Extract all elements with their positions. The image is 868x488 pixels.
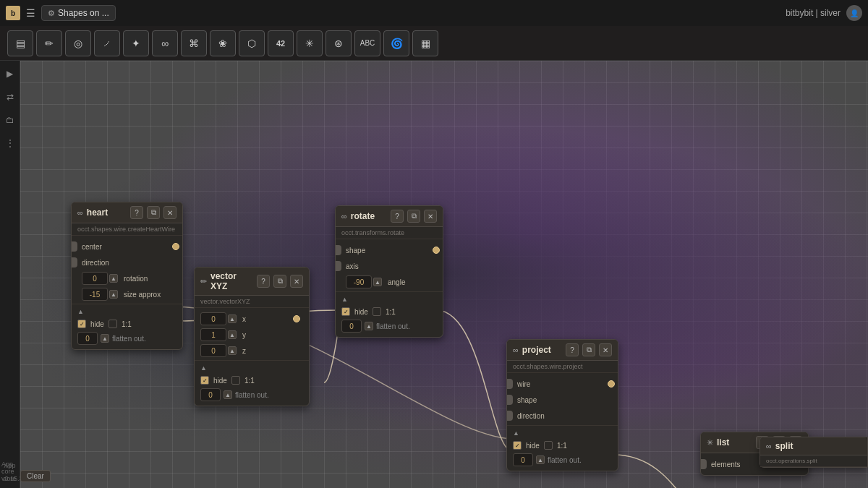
clear-button[interactable]: Clear: [20, 470, 51, 482]
project-flatten-input[interactable]: [513, 453, 533, 466]
rotate-hide-checkbox[interactable]: [341, 307, 350, 316]
rotate-ratio-checkbox[interactable]: [373, 307, 381, 316]
heart-ratio-checkbox[interactable]: [109, 320, 117, 328]
heart-rotation-input[interactable]: [82, 272, 108, 285]
heart-size-increment[interactable]: ▲: [109, 290, 118, 299]
link-tool-button[interactable]: ∞: [152, 30, 178, 56]
vector-xyz-x-increment[interactable]: ▲: [228, 314, 237, 323]
spiral-tool-button[interactable]: 🌀: [383, 30, 409, 56]
heart-separator: [72, 304, 182, 304]
sidebar-play-button[interactable]: ▶: [3, 67, 17, 81]
user-label: bitbybit | silver: [786, 8, 841, 18]
menu-button[interactable]: ☰: [26, 7, 35, 19]
vector-xyz-body: ▲ x ▲ y ▲ z ▲: [195, 308, 309, 406]
vector-xyz-collapse[interactable]: ▲: [195, 362, 309, 374]
project-title-badge[interactable]: ⚙ Shapes on ...: [41, 5, 116, 21]
list-node-icon: ✳: [707, 438, 713, 448]
rotate-angle-label: angle: [385, 278, 437, 286]
heart-size-input[interactable]: [82, 288, 108, 301]
rotate-angle-input[interactable]: [346, 275, 372, 288]
project-collapse[interactable]: ▲: [507, 427, 618, 439]
heart-flatten-input[interactable]: [77, 332, 98, 345]
rotate-node-icon: ∞: [341, 212, 347, 221]
list-node-title: list: [717, 437, 752, 448]
rotate-collapse[interactable]: ▲: [336, 294, 443, 305]
vector-xyz-z-container: ▲: [200, 344, 237, 357]
vector-xyz-x-input[interactable]: [200, 312, 226, 325]
project-flatten-row: ▲ flatten out.: [507, 452, 618, 468]
wand-tool-button[interactable]: ⟋: [94, 30, 120, 56]
hexagon-tool-button[interactable]: ⬡: [239, 30, 265, 56]
grid-tool-button[interactable]: ▦: [412, 30, 438, 56]
heart-help-button[interactable]: ?: [130, 206, 143, 219]
rotate-axis-port: axis: [336, 258, 443, 274]
project-hide-checkbox[interactable]: [513, 441, 522, 450]
heart-flatten-increment[interactable]: ▲: [101, 334, 109, 343]
number-tool-button[interactable]: 42: [268, 30, 294, 56]
web-tool-button[interactable]: ✳: [297, 30, 323, 56]
vector-xyz-z-increment[interactable]: ▲: [228, 346, 237, 355]
project-ratio-label: 1:1: [557, 442, 567, 450]
vector-xyz-help-button[interactable]: ?: [257, 275, 270, 288]
vector-xyz-subtitle: vector.vectorXYZ: [195, 296, 309, 308]
vector-xyz-flatten-increment[interactable]: ▲: [224, 390, 232, 399]
project-ratio-checkbox[interactable]: [544, 441, 553, 450]
project-help-button[interactable]: ?: [566, 343, 579, 356]
vector-xyz-ratio-label: 1:1: [244, 377, 255, 385]
vector-xyz-close-button[interactable]: ✕: [290, 275, 303, 288]
rotate-flatten-increment[interactable]: ▲: [365, 322, 373, 330]
pen-tool-button[interactable]: ✏: [36, 30, 62, 56]
rotate-angle-increment[interactable]: ▲: [373, 278, 382, 286]
heart-hide-checkbox[interactable]: [77, 320, 86, 328]
heart-collapse-row[interactable]: ▲: [72, 306, 182, 317]
project-direction-port: direction: [507, 408, 618, 424]
heart-rotation-increment[interactable]: ▲: [109, 274, 118, 283]
project-close-button[interactable]: ✕: [599, 343, 612, 356]
text-tool-button[interactable]: ▤: [7, 30, 33, 56]
vector-xyz-checkbox-row: hide 1:1: [195, 374, 309, 387]
vector-xyz-flatten-input[interactable]: [200, 388, 221, 401]
split-node: ∞ split occt.operations.split: [760, 437, 868, 468]
vector-xyz-hide-checkbox[interactable]: [200, 376, 209, 385]
vector-xyz-y-label: y: [239, 331, 303, 339]
rotate-flatten-input[interactable]: [341, 320, 362, 333]
rotate-hide-label: hide: [354, 308, 368, 316]
vector-xyz-y-increment[interactable]: ▲: [228, 330, 237, 339]
project-wire-port: wire: [507, 376, 618, 392]
abc-tool-button[interactable]: ABC: [354, 30, 380, 56]
sphere-tool-button[interactable]: ⊛: [326, 30, 352, 56]
vector-xyz-separator: [195, 360, 309, 361]
canvas[interactable]: ∞ heart ? ⧉ ✕ occt.shapes.wire.createHea…: [20, 61, 868, 488]
vector-xyz-z-input[interactable]: [200, 344, 226, 357]
rotate-flatten-label: flatten out.: [376, 322, 410, 330]
star-tool-button[interactable]: ✦: [123, 30, 149, 56]
shape1-tool-button[interactable]: ⌘: [181, 30, 207, 56]
vector-xyz-y-row: ▲ y: [195, 327, 309, 343]
user-area: bitbybit | silver 👤: [786, 5, 862, 21]
vector-xyz-ratio-checkbox[interactable]: [231, 376, 240, 385]
circle-tool-button[interactable]: ◎: [65, 30, 91, 56]
vector-xyz-copy-button[interactable]: ⧉: [273, 275, 286, 288]
rotate-axis-connector: [336, 261, 341, 271]
flower-tool-button[interactable]: ❀: [210, 30, 236, 56]
project-direction-connector: [507, 411, 513, 421]
vector-xyz-flatten-label: flatten out.: [235, 391, 269, 399]
rotate-close-button[interactable]: ✕: [424, 210, 437, 223]
sidebar-arrows-button[interactable]: ⇄: [3, 90, 17, 104]
heart-copy-button[interactable]: ⧉: [147, 206, 160, 219]
rotate-help-button[interactable]: ?: [391, 210, 404, 223]
project-flatten-label: flatten out.: [548, 456, 582, 464]
sidebar-dots-button[interactable]: ⋮: [3, 136, 17, 150]
heart-close-button[interactable]: ✕: [163, 206, 176, 219]
vector-xyz-y-input[interactable]: [200, 328, 226, 341]
project-copy-button[interactable]: ⧉: [582, 343, 595, 356]
user-avatar[interactable]: 👤: [846, 5, 862, 21]
rotate-body: shape axis ▲ angle ▲ hide: [336, 239, 443, 337]
split-node-header: ∞ split: [760, 437, 867, 455]
project-flatten-increment[interactable]: ▲: [536, 455, 545, 464]
vector-xyz-flatten-row: ▲ flatten out.: [195, 387, 309, 403]
sidebar-folder-button[interactable]: 🗀: [3, 113, 17, 127]
heart-direction-port: direction: [72, 254, 182, 270]
project-collapse-icon: ▲: [513, 429, 519, 437]
rotate-copy-button[interactable]: ⧉: [407, 210, 420, 223]
